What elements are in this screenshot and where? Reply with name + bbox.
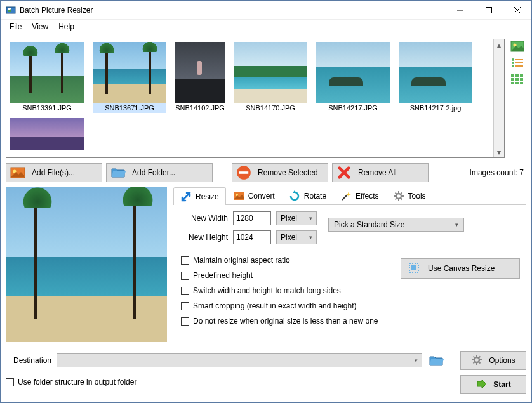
tab-effects[interactable]: Effects (333, 187, 385, 204)
folder-structure-checkbox[interactable]: Use folder structure in output folder (6, 378, 136, 386)
scroll-up-icon[interactable]: ▴ (494, 39, 504, 50)
thumbnails-panel: SNB13391.JPG SNB13671.JPG SNB14102.JPG S… (6, 39, 505, 158)
view-thumbnails-icon[interactable] (510, 40, 524, 53)
tab-tools[interactable]: Tools (386, 187, 433, 204)
button-label: Remove Selected (258, 168, 318, 177)
thumbnail-label: SNB13671.JPG (93, 103, 166, 113)
options-button[interactable]: Options (460, 351, 526, 370)
browse-folder-button[interactable] (427, 352, 445, 369)
svg-point-40 (474, 357, 479, 362)
switch-sides-checkbox[interactable]: Switch width and height to match long si… (181, 286, 401, 295)
thumbnail-label: SNB14102.JPG (175, 103, 225, 113)
remove-icon (236, 166, 251, 179)
thumbnail-item[interactable]: SNB14102.JPG (175, 42, 225, 113)
thumbnail-item[interactable]: SNB14217-2.jpg (399, 42, 472, 113)
select-label: Pick a Standard Size (334, 220, 404, 229)
view-grid-icon[interactable] (510, 73, 524, 86)
thumbnails-scrollbar[interactable]: ▴ ▾ (493, 39, 504, 157)
chevron-down-icon: ▾ (415, 357, 418, 364)
remove-all-button[interactable]: Remove All (332, 163, 429, 182)
aspect-ratio-checkbox[interactable]: Maintain original aspect ratio (181, 256, 401, 265)
close-button[interactable] (503, 1, 531, 19)
height-unit-select[interactable]: Pixel▾ (276, 230, 317, 244)
thumbnail-item[interactable]: SNB13671.JPG (93, 42, 166, 113)
button-label: Add File(s)... (32, 168, 75, 177)
scroll-down-icon[interactable]: ▾ (494, 147, 504, 157)
canvas-icon (408, 261, 420, 276)
tab-label: Tools (408, 192, 426, 201)
minimize-button[interactable] (446, 1, 474, 19)
tabs-bar: Resize Convert Rotate Effects Tools (173, 187, 526, 205)
button-label: Remove All (358, 168, 397, 177)
svg-point-8 (512, 58, 514, 61)
add-files-button[interactable]: Add File(s)... (6, 163, 102, 182)
width-input[interactable] (233, 211, 271, 225)
gear-icon (393, 190, 404, 202)
resize-tab-body: New Width Pixel▾ New Height Pixel▾ Pick … (173, 205, 526, 328)
maximize-button[interactable] (474, 1, 503, 19)
start-button[interactable]: Start (460, 375, 526, 394)
canvas-resize-button[interactable]: Use Canvas Resize (401, 258, 520, 279)
standard-size-select[interactable]: Pick a Standard Size ▾ (328, 218, 464, 232)
app-icon (6, 5, 16, 15)
svg-rect-19 (520, 78, 523, 81)
no-upscale-checkbox[interactable]: Do not resize when original size is less… (181, 317, 401, 326)
height-input[interactable] (233, 230, 271, 244)
svg-rect-16 (520, 74, 523, 77)
smart-cropping-checkbox[interactable]: Smart cropping (result in exact width an… (181, 301, 401, 310)
svg-rect-21 (515, 82, 519, 84)
predefined-height-checkbox[interactable]: Predefined height (181, 271, 401, 280)
svg-point-12 (512, 65, 514, 67)
checkbox-icon (181, 302, 189, 310)
tab-resize[interactable]: Resize (173, 187, 226, 205)
view-list-icon[interactable] (510, 56, 524, 69)
view-mode-icons (509, 39, 526, 158)
button-label: Start (493, 380, 510, 389)
tab-convert[interactable]: Convert (226, 187, 282, 204)
checkbox-icon (6, 378, 14, 386)
svg-rect-13 (515, 65, 523, 67)
menu-view[interactable]: View (28, 21, 52, 32)
svg-rect-22 (520, 82, 523, 84)
svg-rect-20 (511, 82, 514, 84)
destination-row: Destination ▾ Options (6, 351, 526, 370)
thumbnail-label: SNB14170.JPG (234, 103, 307, 113)
svg-rect-9 (515, 59, 523, 60)
svg-line-46 (479, 362, 481, 363)
tab-label: Convert (248, 192, 275, 201)
svg-rect-26 (239, 171, 248, 174)
file-toolbar: Add File(s)... Add Folder... Remove Sele… (6, 163, 526, 182)
tab-label: Resize (196, 192, 219, 201)
thumbnail-item[interactable] (10, 118, 84, 150)
checkbox-icon (181, 287, 189, 295)
thumbnail-label: SNB14217.JPG (316, 103, 390, 113)
thumbnails-area[interactable]: SNB13391.JPG SNB13671.JPG SNB14102.JPG S… (6, 39, 493, 157)
new-height-label: New Height (176, 233, 228, 242)
menu-file[interactable]: File (6, 21, 25, 32)
svg-line-37 (395, 199, 396, 200)
destination-select[interactable]: ▾ (57, 353, 422, 367)
chevron-down-icon: ▾ (455, 221, 458, 228)
thumbnail-item[interactable]: SNB14217.JPG (316, 42, 390, 113)
add-folder-button[interactable]: Add Folder... (106, 163, 213, 182)
tab-rotate[interactable]: Rotate (282, 187, 333, 204)
chevron-down-icon: ▾ (309, 215, 312, 221)
width-unit-select[interactable]: Pixel▾ (276, 211, 317, 225)
new-width-label: New Width (176, 214, 228, 223)
menu-help[interactable]: Help (55, 21, 78, 32)
remove-selected-button[interactable]: Remove Selected (232, 163, 328, 182)
menubar: File View Help (1, 20, 531, 34)
svg-rect-14 (511, 74, 514, 77)
svg-line-35 (401, 199, 402, 200)
destination-label: Destination (6, 356, 51, 365)
checkbox-icon (181, 317, 189, 326)
effects-icon (340, 190, 352, 202)
svg-line-34 (395, 193, 396, 194)
svg-rect-17 (511, 78, 514, 81)
svg-line-36 (401, 193, 402, 194)
tab-label: Rotate (304, 192, 326, 201)
picture-icon (10, 166, 25, 179)
checkbox-icon (181, 272, 189, 280)
thumbnail-item[interactable]: SNB13391.JPG (10, 42, 84, 113)
thumbnail-item[interactable]: SNB14170.JPG (234, 42, 307, 113)
